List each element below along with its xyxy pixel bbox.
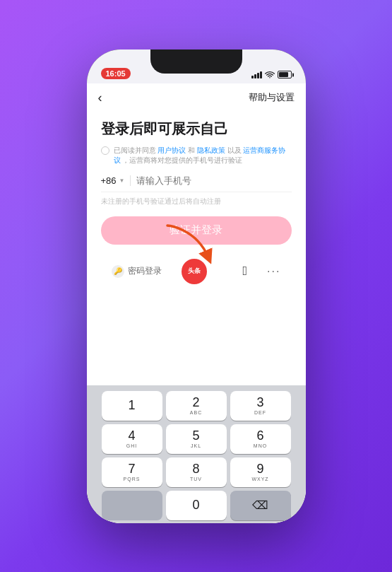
apple-login-option[interactable]:  <box>227 264 248 279</box>
battery-fill <box>279 72 289 77</box>
key-8[interactable]: 8 TUV <box>166 457 227 487</box>
agreement-and1: 和 <box>188 146 195 154</box>
signal-bars-icon <box>251 71 262 78</box>
password-login-label: 密码登录 <box>128 265 162 277</box>
keyboard-row-2: 4 GHI 5 JKL 6 MNO <box>90 424 303 454</box>
key-5[interactable]: 5 JKL <box>166 424 227 454</box>
spacer <box>87 298 306 385</box>
wifi-icon <box>265 71 275 79</box>
key-1[interactable]: 1 <box>102 391 162 421</box>
key-empty <box>102 491 162 520</box>
screen: 16:05 <box>87 49 306 523</box>
agreement-radio[interactable] <box>101 146 109 155</box>
phone-input[interactable] <box>136 175 291 186</box>
apple-icon <box>227 265 239 278</box>
phone-hint: 未注册的手机号验证通过后将自动注册 <box>101 197 292 206</box>
keyboard: 1 2 ABC 3 DEF 4 GHI <box>87 385 306 523</box>
agreement-prefix: 已阅读并同意 <box>114 146 156 154</box>
backspace-icon: ⌫ <box>252 498 268 512</box>
notch <box>150 49 242 74</box>
privacy-policy-link[interactable]: 隐私政策 <box>197 146 225 154</box>
user-agreement-link[interactable]: 用户协议 <box>158 146 186 154</box>
keyboard-row-1: 1 2 ABC 3 DEF <box>90 391 303 421</box>
toutiao-login-wrapper: 头条 <box>182 259 207 284</box>
status-icons <box>251 71 292 79</box>
agreement-suffix: ，运营商将对您提供的手机号进行验证 <box>122 156 242 164</box>
agreement-text: 已阅读并同意 用户协议 和 隐私政策 以及 运营商服务协议 ，运营商将对您提供的… <box>114 146 292 165</box>
other-login-options: 🔑 密码登录 <box>101 256 292 287</box>
key-0[interactable]: 0 <box>166 491 227 520</box>
key-3[interactable]: 3 DEF <box>230 391 291 421</box>
toutiao-label: 头条 <box>188 267 201 276</box>
nav-bar: ‹ 帮助与设置 <box>87 83 306 111</box>
key-backspace[interactable]: ⌫ <box>230 491 291 520</box>
key-2[interactable]: 2 ABC <box>166 391 227 421</box>
toutiao-login-button[interactable]: 头条 <box>182 259 207 284</box>
key-4[interactable]: 4 GHI <box>102 424 162 454</box>
content-area: ‹ 帮助与设置 登录后即可展示自己 已阅读并同意 用户协议 和 隐私政策 以及 … <box>87 83 306 523</box>
more-options-button[interactable]: ··· <box>267 265 280 278</box>
chevron-down-icon: ▼ <box>119 177 125 184</box>
apple-icon-symbol:  <box>243 264 248 279</box>
keyboard-row-3: 7 PQRS 8 TUV 9 WXYZ <box>90 457 303 487</box>
key-9[interactable]: 9 WXYZ <box>230 457 291 487</box>
agreement-row: 已阅读并同意 用户协议 和 隐私政策 以及 运营商服务协议 ，运营商将对您提供的… <box>101 146 292 165</box>
verify-login-button[interactable]: 验证并登录 <box>101 216 292 245</box>
agreement-and2: 以及 <box>227 146 242 154</box>
password-login-option[interactable]: 🔑 密码登录 <box>112 265 162 278</box>
lock-icon: 🔑 <box>112 265 124 278</box>
battery-icon <box>278 71 292 78</box>
country-code-value: +86 <box>101 175 117 186</box>
login-title: 登录后即可展示自己 <box>101 119 292 139</box>
back-button[interactable]: ‹ <box>98 91 102 105</box>
country-code-selector[interactable]: +86 ▼ <box>101 175 131 186</box>
keyboard-row-4: 0 ⌫ <box>90 491 303 520</box>
phone-frame: 16:05 <box>87 49 306 523</box>
help-settings-title: 帮助与设置 <box>249 91 295 104</box>
status-time: 16:05 <box>101 68 131 79</box>
login-content: 登录后即可展示自己 已阅读并同意 用户协议 和 隐私政策 以及 运营商服务协议 … <box>87 111 306 298</box>
key-6[interactable]: 6 MNO <box>230 424 291 454</box>
phone-input-row: +86 ▼ <box>101 175 292 192</box>
key-7[interactable]: 7 PQRS <box>102 457 162 487</box>
